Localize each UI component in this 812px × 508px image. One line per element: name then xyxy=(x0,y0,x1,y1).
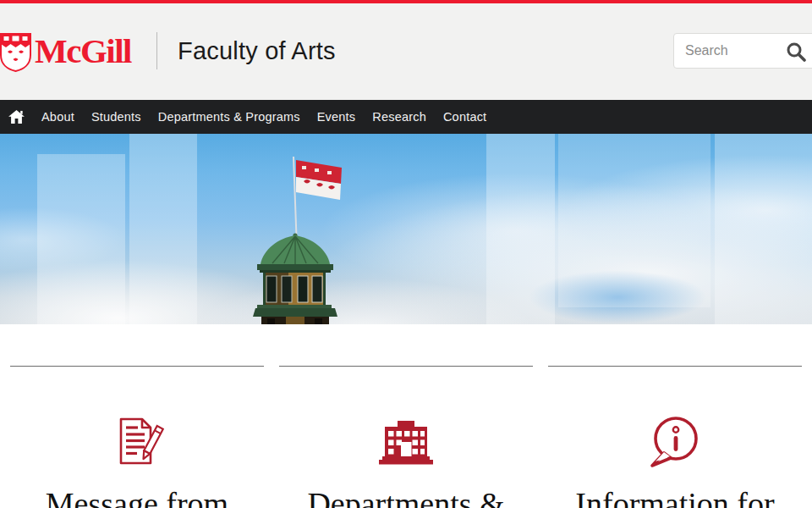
card-title-departments[interactable]: Departments & xyxy=(279,486,533,508)
search-box xyxy=(673,33,812,69)
main-navigation: About Students Departments & Programs Ev… xyxy=(0,100,812,134)
site-header: McGill Faculty of Arts xyxy=(0,3,812,100)
photo-overlay-rect xyxy=(715,134,812,324)
search-input[interactable] xyxy=(674,34,782,68)
photo-overlay-rect xyxy=(486,134,555,324)
quick-links-section: Message from xyxy=(0,324,812,508)
building-icon xyxy=(279,414,533,468)
photo-overlay-rect xyxy=(37,154,125,324)
search-icon[interactable] xyxy=(786,41,806,62)
document-pencil-icon xyxy=(10,414,264,468)
card-information-for: Information for xyxy=(548,366,802,508)
card-departments: Departments & xyxy=(279,366,533,508)
mcgill-wordmark: McGill xyxy=(35,34,131,72)
home-icon[interactable] xyxy=(8,110,25,124)
photo-overlay-rect xyxy=(558,134,710,307)
card-title-information-for[interactable]: Information for xyxy=(548,486,802,508)
card-title-message-from[interactable]: Message from xyxy=(10,486,264,508)
nav-item-students[interactable]: Students xyxy=(91,110,141,124)
nav-item-departments-programs[interactable]: Departments & Programs xyxy=(158,110,300,124)
campus-tower-illustration xyxy=(250,134,343,324)
nav-item-contact[interactable]: Contact xyxy=(443,110,486,124)
nav-item-about[interactable]: About xyxy=(41,110,74,124)
site-title[interactable]: Faculty of Arts xyxy=(178,37,336,65)
info-speech-bubble-icon xyxy=(548,414,802,468)
mcgill-logo[interactable]: McGill xyxy=(0,33,131,72)
mcgill-shield-icon xyxy=(0,33,31,72)
photo-overlay-rect xyxy=(129,134,197,324)
hero-image xyxy=(0,134,812,324)
header-divider xyxy=(156,32,157,69)
card-message-from: Message from xyxy=(10,366,264,508)
nav-item-research[interactable]: Research xyxy=(372,110,426,124)
mcgill-flag xyxy=(296,160,342,200)
nav-item-events[interactable]: Events xyxy=(317,110,356,124)
